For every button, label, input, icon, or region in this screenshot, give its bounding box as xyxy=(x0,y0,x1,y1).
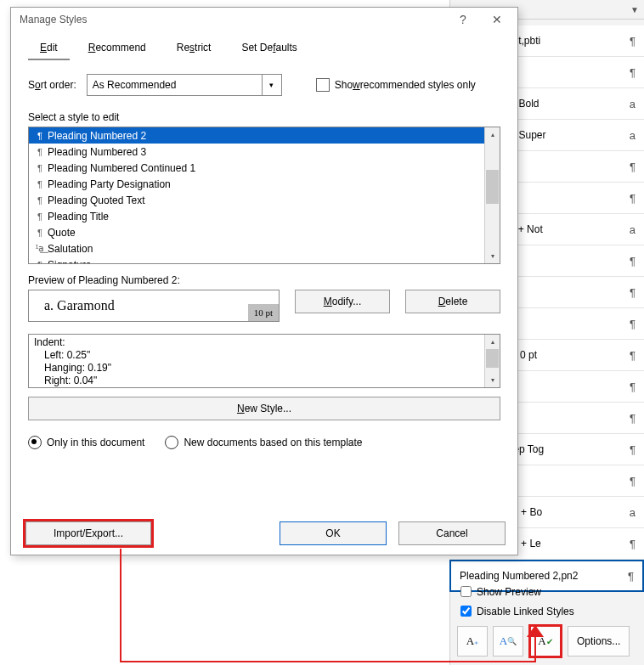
paragraph-icon: ¶ xyxy=(622,443,636,456)
listbox-item[interactable]: ¹a͟Salutation xyxy=(29,240,484,256)
help-button[interactable]: ? xyxy=(446,8,480,31)
tab-recommend[interactable]: Recommend xyxy=(76,37,158,60)
paragraph-icon: ¶ xyxy=(34,179,46,189)
tab-defaults[interactable]: Set Defaults xyxy=(229,37,308,60)
radio-this-document[interactable]: Only in this document xyxy=(28,436,144,449)
listbox-item[interactable]: ¶Pleading Party Designation xyxy=(29,176,484,192)
chevron-down-icon[interactable]: ▾ xyxy=(262,75,281,95)
paragraph-icon: ¶ xyxy=(622,192,636,205)
preview-label: Preview of Pleading Numbered 2: xyxy=(28,274,500,286)
close-button[interactable]: ✕ xyxy=(480,8,514,31)
paragraph-icon: ¹a͟ xyxy=(34,243,46,254)
item-label: Salutation xyxy=(48,243,93,255)
radio1-label: Only in this document xyxy=(47,437,144,448)
scroll-thumb[interactable] xyxy=(486,170,499,204)
desc-left: Left: 0.25" xyxy=(34,349,479,362)
item-label: Signature xyxy=(48,259,91,264)
paragraph-icon: ¶ xyxy=(34,228,46,238)
titlebar: Manage Styles ? ✕ xyxy=(11,8,517,31)
paragraph-icon: ¶ xyxy=(622,255,636,268)
dialog-title: Manage Styles xyxy=(20,14,446,25)
chevron-down-icon[interactable]: ▼ xyxy=(630,5,639,14)
pane-footer: Show Preview Disable Linked Styles A₊ A🔍… xyxy=(457,580,637,658)
manage-styles-dialog: Manage Styles ? ✕ Edit Recommend Restric… xyxy=(10,7,518,555)
scroll-up-icon[interactable]: ▴ xyxy=(485,127,500,142)
paragraph-icon: ¶ xyxy=(622,286,636,299)
paragraph-icon: ¶ xyxy=(622,349,636,362)
scroll-down-icon[interactable]: ▾ xyxy=(485,249,500,263)
style-listbox[interactable]: ¶Pleading Numbered 2¶Pleading Numbered 3… xyxy=(28,127,500,264)
radio2-label: New documents based on this template xyxy=(184,437,362,448)
tab-restrict[interactable]: Restrict xyxy=(165,37,223,60)
disable-linked-check[interactable]: Disable Linked Styles xyxy=(457,603,637,619)
tab-edit[interactable]: Edit xyxy=(28,37,70,60)
disable-linked-label: Disable Linked Styles xyxy=(477,606,574,617)
cancel-button[interactable]: Cancel xyxy=(398,521,506,545)
import-export-highlight: Import/Export... xyxy=(23,519,154,548)
dialog-footer: Import/Export... OK Cancel xyxy=(11,512,517,555)
checkbox-icon[interactable] xyxy=(316,78,330,92)
item-label: Pleading Title xyxy=(48,211,109,223)
desc-indent: Indent: xyxy=(34,336,479,349)
scrollbar[interactable]: ▴ ▾ xyxy=(484,335,500,387)
ok-button[interactable]: OK xyxy=(280,521,387,545)
paragraph-icon: a xyxy=(622,223,636,236)
paragraph-icon: ¶ xyxy=(34,163,46,173)
options-button[interactable]: Options... xyxy=(568,626,630,657)
listbox-item[interactable]: ¶Pleading Quoted Text xyxy=(29,192,484,208)
preview-fontsize[interactable]: 10 pt xyxy=(248,304,279,321)
paragraph-icon: a xyxy=(622,129,636,142)
preview-sample: a. Garamond xyxy=(44,298,115,313)
arrow-icon xyxy=(527,625,544,637)
paragraph-icon: ¶ xyxy=(622,475,636,487)
show-recommended-check[interactable]: Show recommended styles only xyxy=(316,78,476,92)
listbox-item[interactable]: ¶Signature xyxy=(29,256,484,263)
delete-button[interactable]: Delete xyxy=(405,290,500,313)
paragraph-icon: ¶ xyxy=(622,161,636,173)
listbox-item[interactable]: ¶Pleading Numbered Continued 1 xyxy=(29,160,484,176)
import-export-button[interactable]: Import/Export... xyxy=(25,521,151,545)
item-label: Pleading Numbered Continued 1 xyxy=(48,162,195,174)
paragraph-icon: ¶ xyxy=(622,35,636,48)
sort-label: Sort order: xyxy=(28,79,76,91)
radio-dot-icon xyxy=(28,436,42,449)
new-style-button[interactable]: New Style... xyxy=(28,397,500,420)
paragraph-icon: ¶ xyxy=(622,318,636,330)
preview-box: a. Garamond 10 pt xyxy=(28,290,280,322)
sort-order-select[interactable]: As Recommended ▾ xyxy=(87,74,282,96)
listbox-item[interactable]: ¶Quote xyxy=(29,224,484,240)
description-box: Indent: Left: 0.25" Hanging: 0.19" Right… xyxy=(28,334,500,388)
radio-template[interactable]: New documents based on this template xyxy=(165,436,362,449)
paragraph-icon: ¶ xyxy=(622,380,636,393)
paragraph-icon: ¶ xyxy=(34,211,46,222)
listbox-item[interactable]: ¶Pleading Numbered 3 xyxy=(29,144,484,160)
paragraph-icon: ¶ xyxy=(34,131,46,141)
sort-value: As Recommended xyxy=(93,79,177,91)
desc-hanging: Hanging: 0.19" xyxy=(34,362,479,375)
item-label: Quote xyxy=(48,227,76,239)
style-inspector-tool[interactable]: A🔍 xyxy=(493,626,523,657)
callout-line xyxy=(534,634,536,662)
paragraph-icon: ¶ xyxy=(34,195,46,206)
item-label: Pleading Numbered 2 xyxy=(48,130,146,142)
item-label: Pleading Party Designation xyxy=(48,178,171,190)
svg-marker-0 xyxy=(527,625,544,637)
scrollbar[interactable]: ▴ ▾ xyxy=(484,127,500,263)
show-preview-box[interactable] xyxy=(460,586,472,597)
new-style-tool[interactable]: A₊ xyxy=(457,626,488,657)
listbox-item[interactable]: ¶Pleading Numbered 2 xyxy=(29,127,484,144)
item-label: Pleading Numbered 3 xyxy=(48,146,146,158)
listbox-item[interactable]: ¶Pleading Title xyxy=(29,208,484,224)
scroll-thumb[interactable] xyxy=(486,349,499,368)
show-preview-check[interactable]: Show Preview xyxy=(457,583,637,600)
paragraph-icon: ¶ xyxy=(622,412,636,425)
scroll-down-icon[interactable]: ▾ xyxy=(485,373,500,387)
disable-linked-box[interactable] xyxy=(460,606,472,617)
paragraph-icon: ¶ xyxy=(622,538,636,550)
modify-button[interactable]: Modify... xyxy=(295,290,390,313)
select-style-label: Select a style to edit xyxy=(28,111,500,123)
item-label: Pleading Quoted Text xyxy=(48,194,145,206)
scroll-up-icon[interactable]: ▴ xyxy=(485,335,500,349)
desc-right: Right: 0.04" xyxy=(34,375,479,387)
paragraph-icon: a xyxy=(622,506,636,519)
